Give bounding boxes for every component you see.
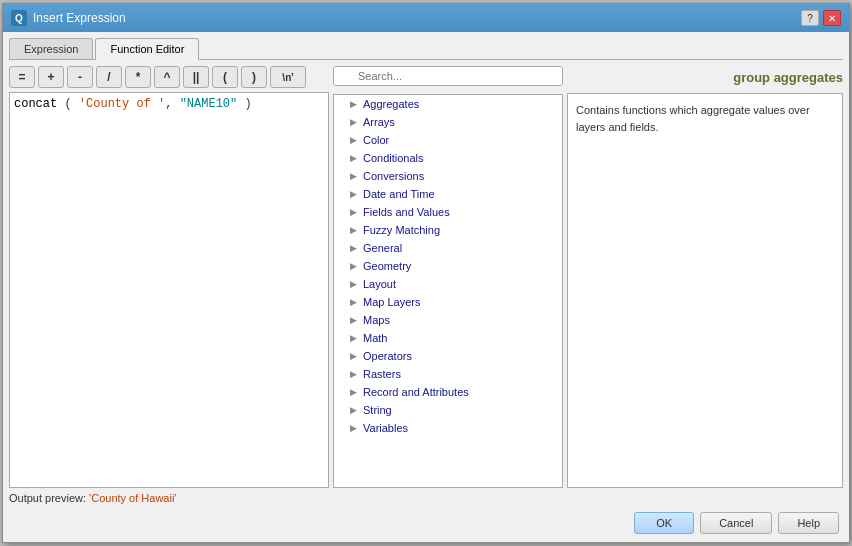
equals-btn[interactable]: = xyxy=(9,66,35,88)
multiply-btn[interactable]: * xyxy=(125,66,151,88)
list-item[interactable]: ▶Fuzzy Matching xyxy=(334,221,562,239)
cancel-button[interactable]: Cancel xyxy=(700,512,772,534)
list-item[interactable]: ▶Conversions xyxy=(334,167,562,185)
output-preview: Output preview: 'County of Hawaii' xyxy=(9,488,843,506)
open-paren-btn[interactable]: ( xyxy=(212,66,238,88)
list-item[interactable]: ▶Date and Time xyxy=(334,185,562,203)
function-list: ▶Aggregates ▶Arrays ▶Color ▶Conditionals… xyxy=(333,94,563,488)
plus-btn[interactable]: + xyxy=(38,66,64,88)
main-window: Q Insert Expression ? ✕ Expression Funct… xyxy=(2,3,850,543)
list-item[interactable]: ▶Layout xyxy=(334,275,562,293)
list-item[interactable]: ▶Arrays xyxy=(334,113,562,131)
list-item[interactable]: ▶Record and Attributes xyxy=(334,383,562,401)
list-item[interactable]: ▶Math xyxy=(334,329,562,347)
output-value: 'County of Hawaii' xyxy=(89,492,176,504)
window-title: Insert Expression xyxy=(33,11,126,25)
help-button[interactable]: Help xyxy=(778,512,839,534)
list-item[interactable]: ▶String xyxy=(334,401,562,419)
close-paren-btn[interactable]: ) xyxy=(241,66,267,88)
power-btn[interactable]: ^ xyxy=(154,66,180,88)
expression-editor[interactable]: concat ( 'County of ', "NAME10" ) xyxy=(9,92,329,488)
search-input[interactable] xyxy=(333,66,563,86)
tab-expression[interactable]: Expression xyxy=(9,38,93,59)
main-area: = + - / * ^ || ( ) \n' concat ( xyxy=(9,66,843,506)
title-bar-buttons: ? ✕ xyxy=(801,10,841,26)
list-item[interactable]: ▶General xyxy=(334,239,562,257)
tab-bar: Expression Function Editor xyxy=(9,38,843,60)
list-item[interactable]: ▶Maps xyxy=(334,311,562,329)
minus-btn[interactable]: - xyxy=(67,66,93,88)
list-item[interactable]: ▶Fields and Values xyxy=(334,203,562,221)
info-content: Contains functions which aggregate value… xyxy=(567,93,843,488)
expression-toolbar: = + - / * ^ || ( ) \n' xyxy=(9,66,329,88)
left-panel: = + - / * ^ || ( ) \n' concat ( xyxy=(9,66,329,488)
list-item[interactable]: ▶Conditionals xyxy=(334,149,562,167)
title-bar-left: Q Insert Expression xyxy=(11,10,126,26)
close-btn[interactable]: ✕ xyxy=(823,10,841,26)
list-item[interactable]: ▶Aggregates xyxy=(334,95,562,113)
divide-btn[interactable]: / xyxy=(96,66,122,88)
ok-button[interactable]: OK xyxy=(634,512,694,534)
window-content: Expression Function Editor = + - / * xyxy=(3,32,849,542)
title-bar: Q Insert Expression ? ✕ xyxy=(3,4,849,32)
info-panel: group aggregates Contains functions whic… xyxy=(567,66,843,488)
list-item[interactable]: ▶Color xyxy=(334,131,562,149)
search-wrapper: 🔍 xyxy=(333,66,563,90)
list-item[interactable]: ▶Operators xyxy=(334,347,562,365)
list-item[interactable]: ▶Geometry xyxy=(334,257,562,275)
list-item[interactable]: ▶Variables xyxy=(334,419,562,437)
pipe-btn[interactable]: || xyxy=(183,66,209,88)
top-section: = + - / * ^ || ( ) \n' concat ( xyxy=(9,66,843,488)
tab-function-editor[interactable]: Function Editor xyxy=(95,38,199,60)
right-section: 🔍 ▶Aggregates ▶Arrays ▶Color ▶Conditiona… xyxy=(333,66,843,488)
newline-btn[interactable]: \n' xyxy=(270,66,306,88)
list-item[interactable]: ▶Map Layers xyxy=(334,293,562,311)
bottom-bar: OK Cancel Help xyxy=(9,506,843,536)
list-item[interactable]: ▶Rasters xyxy=(334,365,562,383)
app-icon: Q xyxy=(11,10,27,26)
help-title-btn[interactable]: ? xyxy=(801,10,819,26)
info-title: group aggregates xyxy=(567,66,843,89)
function-list-panel: 🔍 ▶Aggregates ▶Arrays ▶Color ▶Conditiona… xyxy=(333,66,563,488)
